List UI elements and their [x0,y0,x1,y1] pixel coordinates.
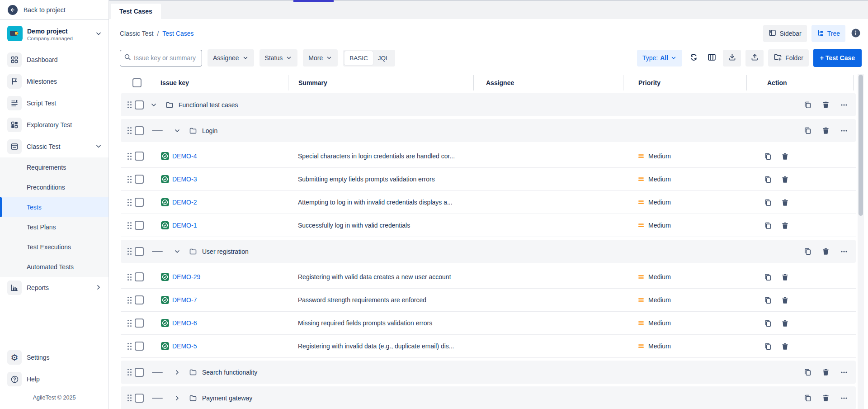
sidebar-item-settings[interactable]: ⚙ Settings [0,347,108,368]
copy-test-icon[interactable] [764,296,772,304]
breadcrumb-classic-test[interactable]: Classic Test [120,30,153,37]
drag-handle-icon[interactable] [126,395,130,402]
drag-handle-icon[interactable] [126,296,130,304]
tree-view-button[interactable]: Tree [811,25,845,42]
drag-handle-icon[interactable] [126,101,130,109]
folder-more-menu-icon[interactable] [840,101,848,109]
drag-handle-icon[interactable] [126,127,130,134]
issue-key-link[interactable]: DEMO-2 [172,199,197,206]
column-header-priority[interactable]: Priority [623,75,746,90]
sidebar-toggle-button[interactable]: Sidebar [763,25,807,42]
copy-folder-icon[interactable] [804,368,811,376]
tab-test-cases[interactable]: Test Cases [111,4,161,19]
drag-handle-icon[interactable] [126,199,130,206]
sidebar-item-preconditions[interactable]: Preconditions [0,177,108,197]
delete-test-icon[interactable] [781,273,789,281]
status-filter-dropdown[interactable]: Status [259,49,298,67]
back-to-project-button[interactable]: Back to project [0,0,108,20]
sidebar-item-test-plans[interactable]: Test Plans [0,217,108,237]
column-header-issue-key[interactable]: Issue key [154,75,288,90]
row-checkbox[interactable] [135,198,144,207]
info-button[interactable] [850,28,862,39]
columns-button[interactable] [705,50,718,66]
row-checkbox[interactable] [135,394,144,403]
row-checkbox[interactable] [135,247,144,256]
folder-row[interactable]: User registration [121,240,856,263]
expand-folder-chevron-icon[interactable] [174,369,181,376]
expand-folder-chevron-icon[interactable] [174,395,181,402]
test-case-row[interactable]: DEMO-2Attempting to log in with invalid … [121,191,856,214]
type-filter-dropdown[interactable]: Type: All [637,50,682,67]
copy-test-icon[interactable] [764,199,772,206]
copy-folder-icon[interactable] [804,394,811,402]
copy-folder-icon[interactable] [804,127,811,134]
issue-key-link[interactable]: DEMO-29 [172,273,200,281]
sidebar-item-milestones[interactable]: Milestones [0,71,108,92]
test-case-row[interactable]: DEMO-29Registering with valid data creat… [121,266,856,289]
sidebar-item-classic-test[interactable]: Classic Test [0,136,108,157]
folder-name[interactable]: Search functionality [202,369,257,376]
delete-folder-icon[interactable] [822,101,830,109]
scrollbar-thumb[interactable] [859,75,863,216]
issue-key-link[interactable]: DEMO-3 [172,176,197,183]
row-checkbox[interactable] [135,272,144,281]
folder-row[interactable]: Search functionality [121,361,856,384]
sidebar-item-exploratory-test[interactable]: Exploratory Test [0,114,108,136]
drag-handle-icon[interactable] [126,342,130,350]
copy-test-icon[interactable] [764,273,772,281]
drag-handle-icon[interactable] [126,152,130,160]
column-header-summary[interactable]: Summary [288,75,473,90]
delete-folder-icon[interactable] [822,394,830,402]
refresh-button[interactable] [687,50,700,66]
folder-button[interactable]: Folder [768,49,809,67]
issue-key-link[interactable]: DEMO-7 [172,296,197,304]
issue-key-link[interactable]: DEMO-1 [172,222,197,229]
delete-test-icon[interactable] [781,222,789,229]
test-case-row[interactable]: DEMO-5Registering with invalid data (e.g… [121,335,856,358]
delete-test-icon[interactable] [781,176,789,183]
sidebar-item-requirements[interactable]: Requirements [0,157,108,177]
sidebar-item-help[interactable]: Help [0,368,108,390]
search-input[interactable] [134,54,198,62]
row-checkbox[interactable] [135,221,144,230]
copy-test-icon[interactable] [764,176,772,183]
jql-mode-tab[interactable]: JQL [373,51,394,65]
drag-handle-icon[interactable] [126,273,130,281]
test-case-row[interactable]: DEMO-4Special characters in login creden… [121,145,856,168]
row-checkbox[interactable] [135,342,144,351]
select-all-checkbox[interactable] [132,78,142,87]
test-case-row[interactable]: DEMO-1Successfully log in with valid cre… [121,214,856,237]
sidebar-item-reports[interactable]: Reports [0,277,108,299]
drag-handle-icon[interactable] [126,248,130,255]
folder-name[interactable]: Payment gateway [202,395,252,402]
folder-name[interactable]: Login [202,127,217,134]
delete-test-icon[interactable] [781,152,789,160]
row-checkbox[interactable] [135,295,144,304]
copy-folder-icon[interactable] [804,101,811,109]
row-checkbox[interactable] [135,100,144,109]
folder-more-menu-icon[interactable] [840,394,848,402]
row-checkbox[interactable] [135,175,144,184]
folder-name[interactable]: User registration [202,248,249,255]
copy-test-icon[interactable] [764,222,772,229]
collapse-folder-chevron-icon[interactable] [174,127,181,134]
test-case-row[interactable]: DEMO-3Submitting empty fields prompts va… [121,168,856,191]
test-case-row[interactable]: DEMO-6Missing required fields prompts va… [121,312,856,335]
sidebar-item-dashboard[interactable]: Dashboard [0,49,108,71]
issue-key-link[interactable]: DEMO-5 [172,342,197,350]
folder-more-menu-icon[interactable] [840,247,848,256]
sidebar-item-test-executions[interactable]: Test Executions [0,237,108,257]
vertical-scrollbar[interactable] [858,74,864,409]
row-checkbox[interactable] [135,319,144,328]
copy-test-icon[interactable] [764,342,772,350]
more-filter-dropdown[interactable]: More [303,49,338,67]
row-checkbox[interactable] [135,152,144,161]
issue-key-link[interactable]: DEMO-6 [172,319,197,327]
test-case-row[interactable]: DEMO-7Password strength requirements are… [121,289,856,312]
basic-mode-tab[interactable]: BASIC [344,51,373,65]
delete-folder-icon[interactable] [822,368,830,376]
copy-folder-icon[interactable] [804,247,811,255]
delete-test-icon[interactable] [781,319,789,327]
collapse-folder-chevron-icon[interactable] [174,248,181,255]
copy-test-icon[interactable] [764,152,772,160]
